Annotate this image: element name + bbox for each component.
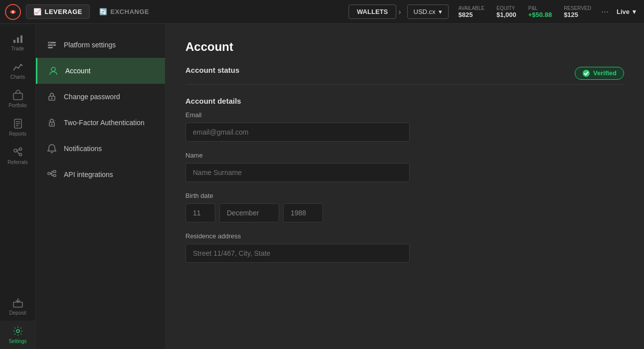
email-group: Email <box>185 111 624 142</box>
svg-rect-1 <box>13 40 15 43</box>
svg-point-9 <box>14 149 17 152</box>
verified-icon <box>582 69 590 77</box>
sidebar-item-portfolio[interactable]: Portfolio <box>0 85 35 113</box>
settings-notifications[interactable]: Notifications <box>36 136 165 162</box>
residence-input[interactable] <box>185 244 410 263</box>
settings-account[interactable]: Account <box>36 58 165 84</box>
exchange-label: EXCHANGE <box>111 8 150 15</box>
charts-icon <box>12 61 23 72</box>
email-input[interactable] <box>185 123 410 142</box>
reserved-stat: RESERVED $125 <box>564 5 591 18</box>
exchange-icon: 🔄 <box>99 8 108 15</box>
svg-rect-29 <box>53 171 56 173</box>
sidebar-item-trade[interactable]: Trade <box>0 28 35 56</box>
residence-group: Residence address <box>185 232 624 263</box>
settings-api-integrations[interactable]: API integrations <box>36 162 165 187</box>
svg-point-16 <box>16 330 19 333</box>
referrals-icon <box>12 147 23 158</box>
birth-day-input[interactable] <box>185 203 215 222</box>
svg-rect-28 <box>53 174 56 176</box>
settings-sidebar: Platform settings Account Change passwor… <box>36 24 165 349</box>
more-button[interactable]: ··· <box>601 6 609 17</box>
leverage-icon: 📈 <box>33 8 42 15</box>
svg-point-22 <box>51 67 55 71</box>
live-label: Live <box>617 8 630 15</box>
sidebar-item-charts[interactable]: Charts <box>0 56 35 85</box>
sidebar-item-referrals[interactable]: Referrals <box>0 142 35 170</box>
charts-label: Charts <box>10 74 25 80</box>
account-details-title: Account details <box>185 97 624 105</box>
api-integrations-label: API integrations <box>64 171 113 178</box>
nav-arrow[interactable]: › <box>398 7 401 16</box>
main-layout: Trade Charts Portfolio <box>0 24 644 349</box>
svg-rect-3 <box>20 35 22 43</box>
email-label: Email <box>185 111 624 119</box>
leverage-label: LEVERAGE <box>45 8 83 15</box>
account-label: Account <box>65 67 91 75</box>
logo <box>4 3 22 21</box>
live-button[interactable]: Live ▾ <box>613 5 640 18</box>
pnl-label: P&L <box>528 5 538 11</box>
exchange-button[interactable]: 🔄 EXCHANGE <box>92 4 157 19</box>
currency-label: USD.cx <box>414 8 436 15</box>
svg-rect-2 <box>17 37 19 43</box>
portfolio-icon <box>12 90 23 101</box>
svg-point-24 <box>51 98 53 99</box>
reports-label: Reports <box>9 131 26 137</box>
svg-point-10 <box>19 148 21 151</box>
portfolio-label: Portfolio <box>8 103 27 108</box>
birthdate-group: Birth date <box>185 192 624 222</box>
account-icon <box>47 65 59 77</box>
deposit-icon <box>12 297 23 308</box>
svg-point-30 <box>583 70 590 77</box>
2fa-label: Two-Factor Authentication <box>64 119 145 127</box>
name-label: Name <box>185 152 624 159</box>
svg-point-21 <box>52 44 54 46</box>
sidebar-item-deposit[interactable]: Deposit <box>0 292 35 321</box>
page-title: Account <box>185 40 624 54</box>
verified-label: Verified <box>593 69 617 77</box>
2fa-icon <box>46 117 58 129</box>
wallets-button[interactable]: WALLETS <box>348 4 396 19</box>
account-status-title: Account status <box>185 66 239 74</box>
sidebar-item-reports[interactable]: Reports <box>0 113 35 142</box>
icon-sidebar: Trade Charts Portfolio <box>0 24 36 349</box>
sidebar-item-settings[interactable]: Settings <box>0 321 35 349</box>
equity-stat: EQUITY $1,000 <box>496 5 516 18</box>
settings-platform-settings[interactable]: Platform settings <box>36 32 165 58</box>
settings-2fa[interactable]: Two-Factor Authentication <box>36 110 165 136</box>
change-password-label: Change password <box>64 93 120 101</box>
currency-chevron: ▾ <box>439 8 442 15</box>
leverage-button[interactable]: 📈 LEVERAGE <box>26 4 90 19</box>
residence-label: Residence address <box>185 232 624 240</box>
name-input[interactable] <box>185 163 410 182</box>
birthdate-row <box>185 203 624 222</box>
equity-label: EQUITY <box>496 5 515 11</box>
main-content: Account Account status Verified Account … <box>165 24 644 349</box>
api-integrations-icon <box>46 169 58 180</box>
account-status-row: Account status Verified <box>185 66 624 80</box>
reports-icon <box>12 118 23 129</box>
settings-icon <box>12 326 23 337</box>
equity-value: $1,000 <box>496 11 516 18</box>
svg-point-26 <box>51 124 53 125</box>
svg-line-12 <box>17 150 19 151</box>
svg-rect-4 <box>13 93 22 100</box>
svg-rect-19 <box>48 47 53 48</box>
birth-year-input[interactable] <box>283 203 323 222</box>
notifications-icon <box>46 143 58 155</box>
settings-change-password[interactable]: Change password <box>36 84 165 110</box>
available-label: AVAILABLE <box>459 5 484 11</box>
pnl-value: +$50.88 <box>528 11 552 18</box>
notifications-label: Notifications <box>64 145 102 153</box>
change-password-icon <box>46 91 58 103</box>
name-group: Name <box>185 152 624 182</box>
reserved-value: $125 <box>564 11 578 18</box>
svg-point-20 <box>49 42 51 43</box>
live-chevron: ▾ <box>633 8 636 15</box>
platform-settings-icon <box>46 39 58 51</box>
svg-rect-14 <box>13 302 22 307</box>
currency-selector[interactable]: USD.cx ▾ <box>407 4 449 19</box>
birth-month-input[interactable] <box>219 203 279 222</box>
top-navigation: 📈 LEVERAGE 🔄 EXCHANGE WALLETS › USD.cx ▾… <box>0 0 644 24</box>
